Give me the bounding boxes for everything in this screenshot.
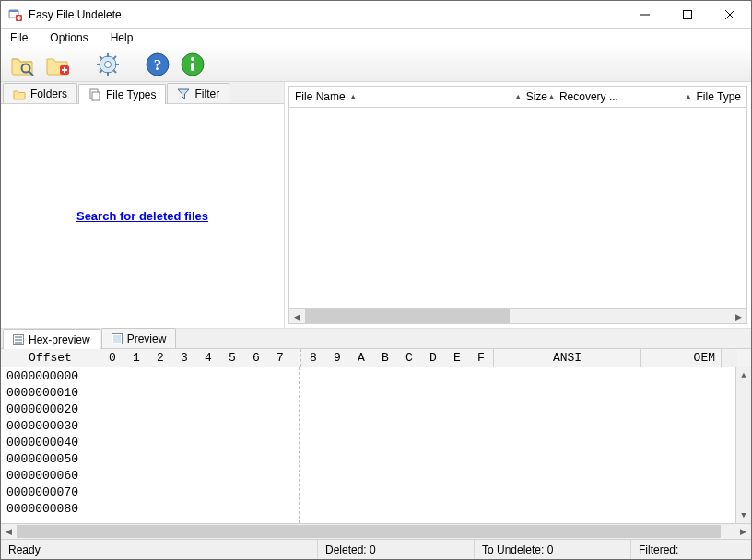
hex-col: C xyxy=(397,351,421,365)
sort-up-icon: ▲ xyxy=(514,92,523,101)
hex-offset-row: 0000000010 xyxy=(1,384,100,401)
hex-col: 8 xyxy=(301,351,325,365)
app-window: Easy File Undelete File Options Help xyxy=(0,0,752,560)
tab-label: Preview xyxy=(127,332,167,345)
hex-col: 2 xyxy=(148,351,172,365)
hex-col: 3 xyxy=(172,351,196,365)
tab-folders[interactable]: Folders xyxy=(3,83,77,103)
hex-viewer: Offset 01234567 89ABCDEF ANSI OEM 000000… xyxy=(1,349,751,539)
maximize-icon xyxy=(683,10,692,19)
scroll-thumb[interactable] xyxy=(305,309,510,323)
hex-col: 6 xyxy=(244,351,268,365)
column-file-name[interactable]: File Name ▲ xyxy=(295,90,474,103)
hex-col: B xyxy=(373,351,397,365)
hex-offset-row: 0000000060 xyxy=(1,467,100,484)
column-size[interactable]: ▲ Size xyxy=(474,90,547,103)
folder-add-icon xyxy=(45,52,71,77)
hex-hscrollbar[interactable]: ◀ ▶ xyxy=(1,523,751,539)
hex-col: 4 xyxy=(196,351,220,365)
tab-label: Hex-preview xyxy=(29,333,90,346)
toolbar-scan-button[interactable] xyxy=(8,50,38,79)
toolbar-help-button[interactable]: ? xyxy=(143,50,172,79)
svg-rect-29 xyxy=(191,63,194,71)
folder-icon xyxy=(13,88,26,100)
nav-tabstrip: Folders File Types Filter xyxy=(1,82,284,104)
filter-icon xyxy=(177,88,190,100)
toolbar-add-folder-button[interactable] xyxy=(43,50,73,79)
svg-line-20 xyxy=(113,70,116,73)
scroll-track[interactable] xyxy=(736,383,751,508)
title-bar: Easy File Undelete xyxy=(1,1,751,29)
scroll-track[interactable] xyxy=(305,309,731,323)
scroll-track[interactable] xyxy=(17,524,735,539)
status-deleted: Deleted: 0 xyxy=(318,540,475,559)
hex-offset-row: 0000000050 xyxy=(1,450,100,467)
column-recovery[interactable]: ▲ Recovery ... xyxy=(547,90,649,103)
hex-col: 7 xyxy=(268,351,292,365)
scroll-right-icon[interactable]: ▶ xyxy=(735,524,751,539)
hex-offset-column: 0000000000000000001000000000200000000030… xyxy=(1,368,100,523)
hex-midline xyxy=(299,368,300,523)
hex-header-bytes-left: 01234567 xyxy=(100,349,292,367)
hex-col: 0 xyxy=(100,351,124,365)
sort-up-icon: ▲ xyxy=(547,92,556,101)
hex-col: F xyxy=(469,351,493,365)
minimize-button[interactable] xyxy=(624,1,666,28)
tab-preview[interactable]: Preview xyxy=(101,328,177,348)
scroll-thumb[interactable] xyxy=(17,525,721,538)
menu-bar: File Options Help xyxy=(1,29,751,47)
svg-line-21 xyxy=(113,56,116,59)
tab-label: Filter xyxy=(194,88,219,100)
svg-rect-31 xyxy=(92,92,100,100)
sort-up-icon: ▲ xyxy=(685,92,693,101)
hex-offset-row: 0000000030 xyxy=(1,417,100,434)
tab-filter[interactable]: Filter xyxy=(167,83,229,103)
scroll-down-icon[interactable]: ▼ xyxy=(736,508,751,523)
preview-area: Hex-preview Preview Offset 01234567 89AB… xyxy=(1,329,751,539)
close-icon xyxy=(725,10,734,19)
file-list-header: File Name ▲ ▲ Size ▲ Recovery ... ▲ File… xyxy=(288,86,747,108)
svg-line-22 xyxy=(100,70,102,73)
tab-label: Folders xyxy=(30,88,67,100)
hex-header-offset: Offset xyxy=(1,349,100,367)
scroll-right-icon[interactable]: ▶ xyxy=(731,309,746,323)
menu-options[interactable]: Options xyxy=(44,30,93,45)
svg-point-23 xyxy=(105,61,112,67)
toolbar-about-button[interactable] xyxy=(178,50,207,79)
sort-up-icon: ▲ xyxy=(349,92,358,101)
hex-header-vsb-gap xyxy=(722,349,737,367)
menu-file[interactable]: File xyxy=(5,30,33,45)
hex-col: E xyxy=(445,351,469,365)
menu-help[interactable]: Help xyxy=(105,30,139,45)
svg-point-28 xyxy=(191,57,194,61)
column-label: Recovery ... xyxy=(559,90,618,103)
preview-tabstrip: Hex-preview Preview xyxy=(1,329,751,349)
scroll-left-icon[interactable]: ◀ xyxy=(1,524,17,539)
scroll-up-icon[interactable]: ▲ xyxy=(736,368,751,383)
svg-rect-37 xyxy=(113,335,121,343)
tab-hex-preview[interactable]: Hex-preview xyxy=(3,329,100,349)
window-controls xyxy=(624,1,751,28)
search-deleted-link[interactable]: Search for deleted files xyxy=(76,209,208,223)
minimize-icon xyxy=(640,10,650,19)
preview-icon xyxy=(112,333,123,344)
hex-header-row: Offset 01234567 89ABCDEF ANSI OEM xyxy=(1,349,751,368)
hex-offset-row: 0000000000 xyxy=(1,368,100,384)
help-icon: ? xyxy=(145,52,170,77)
column-file-type[interactable]: ▲ File Type xyxy=(649,90,741,103)
toolbar-settings-button[interactable] xyxy=(93,50,123,79)
toolbar: ? xyxy=(1,47,751,82)
main-area: Folders File Types Filter Search for del… xyxy=(1,82,751,329)
column-label: File Name xyxy=(295,90,346,103)
file-list-hscrollbar[interactable]: ◀ ▶ xyxy=(288,309,747,324)
tab-file-types[interactable]: File Types xyxy=(78,84,166,104)
hex-vscrollbar[interactable]: ▲ ▼ xyxy=(735,368,751,523)
maximize-button[interactable] xyxy=(666,1,709,28)
file-list-pane: File Name ▲ ▲ Size ▲ Recovery ... ▲ File… xyxy=(285,82,751,328)
close-button[interactable] xyxy=(709,1,751,28)
scroll-left-icon[interactable]: ◀ xyxy=(289,309,305,323)
hex-offset-row: 0000000020 xyxy=(1,401,100,417)
hex-offset-row: 0000000040 xyxy=(1,434,100,450)
hex-bytes-area xyxy=(100,368,735,523)
status-bar: Ready Deleted: 0 To Undelete: 0 Filtered… xyxy=(1,539,751,559)
